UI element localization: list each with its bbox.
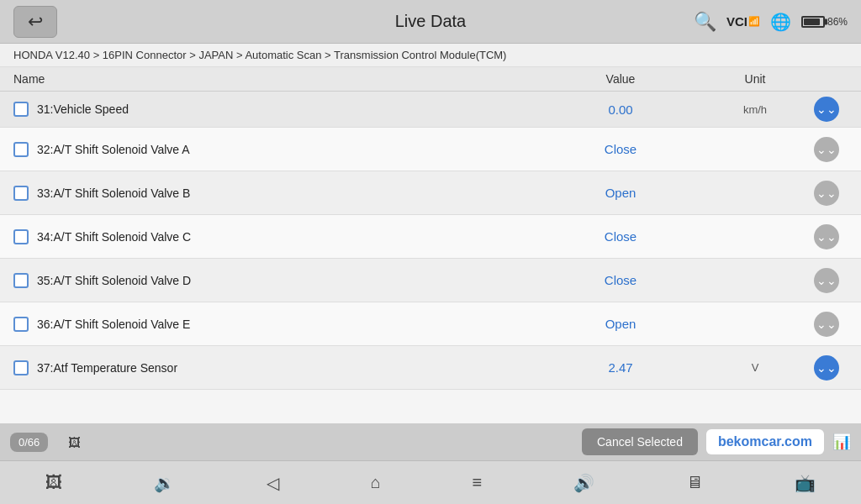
nav-image-icon[interactable]: 🖼 [34,466,74,499]
partial-row-label: 31:Vehicle Speed [37,102,129,116]
bottom-toolbar: 0/66 🖼 Cancel Selected bekomcar.com 📊 [0,423,861,460]
page-title: Live Data [395,12,467,31]
header: ↩ Live Data 🔍 VCI 📶 🌐 86% [0,0,861,44]
col-action [806,72,848,86]
search-icon[interactable]: 🔍 [694,11,716,33]
battery-body [801,16,825,28]
back-arrow-icon: ↩ [28,11,43,33]
nav-volume-up-icon[interactable]: 🔊 [562,466,606,500]
row-unit-37: V [705,361,806,374]
row-value-35: Close [536,273,705,287]
row-action-32: ⌄⌄ [806,137,848,162]
row-value-34: Close [536,229,705,244]
table-header: Name Value Unit [0,67,861,92]
col-name: Name [13,72,536,86]
vci-label: VCI [726,14,747,29]
nav-screen-icon[interactable]: 🖥 [674,466,715,499]
row-value-33: Open [536,186,705,200]
partial-row-action: ⌄⌄ [806,97,848,122]
col-value: Value [536,72,705,86]
row-name-37: 37:Atf Temperature Sensor [13,350,536,386]
table-row: 37:Atf Temperature Sensor 2.47 V ⌄⌄ [0,346,861,390]
wifi-icon: 📶 [748,16,760,27]
partial-row: 31:Vehicle Speed 0.00 km/h ⌄⌄ [0,92,861,128]
table-row: 33:A/T Shift Solenoid Valve B Open ⌄⌄ [0,171,861,215]
row-checkbox-33[interactable] [13,186,29,201]
chevron-btn-31[interactable]: ⌄⌄ [814,97,839,122]
row-value-32: Close [536,142,705,156]
row-action-34: ⌄⌄ [806,224,848,249]
row-name-34: 34:A/T Shift Solenoid Valve C [13,219,536,255]
row-label-37: 37:Atf Temperature Sensor [37,361,177,375]
partial-row-unit: km/h [705,103,806,116]
row-value-36: Open [536,317,705,331]
table-container: 32:A/T Shift Solenoid Valve A Close ⌄⌄ 3… [0,128,861,469]
row-label-32: 32:A/T Shift Solenoid Valve A [37,143,190,156]
brand-logo: bekomcar.com [706,429,824,454]
back-button[interactable]: ↩ [13,6,57,38]
vci-badge: VCI 📶 [726,14,760,29]
partial-row-name: 31:Vehicle Speed [13,92,536,127]
row-name-33: 33:A/T Shift Solenoid Valve B [13,176,536,211]
row-checkbox-32[interactable] [13,142,29,157]
row-checkbox-36[interactable] [13,317,29,332]
battery-percent: 86% [827,16,848,28]
row-name-35: 35:A/T Shift Solenoid Valve D [13,263,536,298]
chevron-btn-34[interactable]: ⌄⌄ [814,224,839,249]
partial-row-value: 0.00 [536,102,705,117]
row-value-37: 2.47 [536,360,705,375]
nav-home-icon[interactable]: ⌂ [359,466,393,499]
row-label-33: 33:A/T Shift Solenoid Valve B [37,186,190,200]
row-checkbox-34[interactable] [13,229,29,244]
selection-counter: 0/66 [10,433,48,452]
chevron-btn-37[interactable]: ⌄⌄ [814,355,839,381]
row-action-35: ⌄⌄ [806,268,848,293]
graph-icon[interactable]: 📊 [832,433,851,451]
chevron-btn-35[interactable]: ⌄⌄ [814,268,839,293]
row-label-34: 34:A/T Shift Solenoid Valve C [37,230,191,244]
breadcrumb: HONDA V12.40 > 16PIN Connector > JAPAN >… [0,44,861,67]
table-row: 34:A/T Shift Solenoid Valve C Close ⌄⌄ [0,215,861,259]
row-name-36: 36:A/T Shift Solenoid Valve E [13,307,536,342]
table-row: 32:A/T Shift Solenoid Valve A Close ⌄⌄ [0,128,861,171]
battery-fill [804,18,820,25]
nav-back-icon[interactable]: ◁ [255,466,291,500]
table-row: 36:A/T Shift Solenoid Valve E Open ⌄⌄ [0,302,861,346]
chevron-btn-36[interactable]: ⌄⌄ [814,312,839,337]
battery-indicator: 86% [801,16,848,28]
header-right: 🔍 VCI 📶 🌐 86% [694,11,848,33]
image-icon[interactable]: 🖼 [56,428,92,456]
cancel-selected-button[interactable]: Cancel Selected [582,428,698,455]
chevron-btn-33[interactable]: ⌄⌄ [814,181,839,206]
row-checkbox-37[interactable] [13,360,29,375]
row-action-36: ⌄⌄ [806,312,848,337]
nav-cast-icon[interactable]: 📺 [783,466,827,500]
row-label-35: 35:A/T Shift Solenoid Valve D [37,274,191,287]
nav-bar: 🖼 🔉 ◁ ⌂ ≡ 🔊 🖥 📺 [0,460,861,504]
row-checkbox-35[interactable] [13,273,29,288]
col-unit: Unit [705,72,806,86]
chevron-btn-32[interactable]: ⌄⌄ [814,137,839,162]
table-row: 35:A/T Shift Solenoid Valve D Close ⌄⌄ [0,259,861,302]
row-checkbox-31[interactable] [13,102,29,117]
row-label-36: 36:A/T Shift Solenoid Valve E [37,318,190,331]
globe-icon[interactable]: 🌐 [770,12,791,32]
nav-menu-icon[interactable]: ≡ [461,466,494,499]
row-action-37: ⌄⌄ [806,355,848,381]
nav-volume-down-icon[interactable]: 🔉 [142,466,187,500]
row-name-32: 32:A/T Shift Solenoid Valve A [13,132,536,167]
row-action-33: ⌄⌄ [806,181,848,206]
